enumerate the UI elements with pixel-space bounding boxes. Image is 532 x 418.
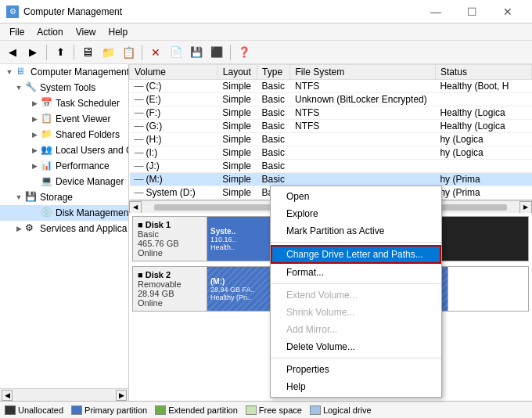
cm-extend-volume: Extend Volume... bbox=[271, 286, 441, 304]
tree-item-performance[interactable]: ▶ 📊 Performance bbox=[0, 158, 128, 174]
vol-type: Basic bbox=[257, 133, 290, 146]
tree-item-device-manager[interactable]: ▶ 💻 Device Manager bbox=[0, 174, 128, 189]
vol-name: —(E:) bbox=[130, 93, 218, 106]
table-row[interactable]: —(C:) Simple Basic NTFS Healthy (Boot, H bbox=[130, 80, 532, 93]
legend-unallocated-label: Unallocated bbox=[18, 405, 63, 415]
vol-filesystem bbox=[290, 146, 435, 160]
expand-icon: ▶ bbox=[13, 225, 25, 232]
table-row[interactable]: —(E:) Simple Basic Unknown (BitLocker En… bbox=[130, 93, 532, 106]
title-bar: ⚙ Computer Management — ☐ ✕ bbox=[0, 0, 532, 23]
disk-1-status: Online bbox=[138, 248, 202, 258]
cm-shrink-volume: Shrink Volume... bbox=[271, 304, 441, 321]
tree-item-system-tools[interactable]: ▼ 🔧 System Tools bbox=[0, 80, 128, 95]
disk-management-icon: 💿 bbox=[41, 207, 53, 219]
table-row[interactable]: —(G:) Simple Basic NTFS Healthy (Logica bbox=[130, 120, 532, 133]
folder-button[interactable]: 📁 bbox=[99, 43, 117, 62]
show-hide-button[interactable]: 🖥 bbox=[78, 43, 97, 62]
disk-2-size: 28.94 GB bbox=[138, 289, 202, 298]
table-row[interactable]: —(H:) Simple Basic hy (Logica bbox=[130, 133, 532, 146]
vol-filesystem: NTFS bbox=[290, 80, 435, 93]
legend-logical-label: Logical drive bbox=[323, 405, 372, 415]
table-row[interactable]: —(J:) Simple Basic bbox=[130, 160, 532, 173]
vol-name: —(J:) bbox=[130, 160, 218, 173]
properties-button[interactable]: 📋 bbox=[119, 43, 138, 62]
save-button[interactable]: 💾 bbox=[187, 43, 206, 62]
delete-button[interactable]: ✕ bbox=[146, 43, 165, 62]
disk-2-type: Removable bbox=[138, 279, 202, 289]
tree-item-storage[interactable]: ▼ 💾 Storage bbox=[0, 189, 128, 205]
expand-icon: ▶ bbox=[28, 146, 41, 154]
up-button[interactable]: ⬆ bbox=[51, 43, 70, 62]
menu-action[interactable]: Action bbox=[31, 23, 69, 40]
disk-seg-dark2[interactable] bbox=[438, 217, 528, 261]
legend-free-box bbox=[246, 405, 257, 415]
menu-bar: File Action View Help bbox=[0, 23, 532, 41]
expand-icon: ▼ bbox=[3, 68, 16, 76]
table-row[interactable]: —(I:) Simple Basic hy (Logica bbox=[130, 146, 532, 160]
services-icon: ⚙ bbox=[25, 222, 38, 235]
vol-type: Basic bbox=[257, 106, 290, 120]
tree-item-local-users[interactable]: ▶ 👥 Local Users and Gr bbox=[0, 142, 128, 158]
vol-status: hy (Prima bbox=[435, 173, 531, 186]
volume-table-container[interactable]: Volume Layout Type File System Status —(… bbox=[129, 64, 532, 200]
back-button[interactable]: ◀ bbox=[3, 43, 22, 62]
hscroll-left-button[interactable]: ◀ bbox=[129, 201, 142, 214]
tree-item-services[interactable]: ▶ ⚙ Services and Applica bbox=[0, 221, 128, 236]
help-button[interactable]: ❓ bbox=[235, 43, 253, 62]
legend-extended: Extended partition bbox=[155, 405, 238, 415]
legend-free: Free space bbox=[246, 405, 302, 415]
menu-view[interactable]: View bbox=[70, 23, 102, 40]
cm-mark-partition[interactable]: Mark Partition as Active bbox=[271, 222, 441, 240]
vol-status bbox=[435, 93, 531, 106]
vol-status: Healthy (Logica bbox=[435, 120, 531, 133]
tree-scroll-right[interactable]: ▶ bbox=[116, 390, 127, 401]
disk-1-size: 465.76 GB bbox=[138, 239, 202, 248]
legend-logical: Logical drive bbox=[310, 405, 372, 415]
cm-open[interactable]: Open bbox=[271, 188, 441, 205]
vol-status bbox=[435, 160, 531, 173]
cm-properties[interactable]: Properties bbox=[271, 361, 441, 378]
table-row[interactable]: —(M:) Simple Basic hy (Prima bbox=[130, 173, 532, 186]
export-button[interactable]: ⬛ bbox=[207, 43, 226, 62]
right-panel: Volume Layout Type File System Status —(… bbox=[129, 64, 532, 401]
disk-2-status: Online bbox=[138, 298, 202, 308]
disk-seg-empty bbox=[448, 267, 529, 311]
legend-extended-box bbox=[155, 405, 166, 415]
forward-button[interactable]: ▶ bbox=[23, 43, 42, 62]
tree-scroll-left[interactable]: ◀ bbox=[2, 390, 13, 401]
vol-name: —(G:) bbox=[130, 120, 218, 133]
tree-item-event-viewer[interactable]: ▶ 📋 Event Viewer bbox=[0, 111, 128, 127]
cm-explore[interactable]: Explore bbox=[271, 205, 441, 222]
minimize-button[interactable]: — bbox=[418, 0, 454, 23]
expand-icon: ▼ bbox=[13, 193, 25, 201]
cm-help[interactable]: Help bbox=[271, 378, 441, 395]
table-row[interactable]: —(F:) Simple Basic NTFS Healthy (Logica bbox=[130, 106, 532, 120]
status-bar: Unallocated Primary partition Extended p… bbox=[0, 401, 532, 418]
tree-item-computer-management[interactable]: ▼ 🖥 Computer Management ( bbox=[0, 64, 128, 80]
menu-help[interactable]: Help bbox=[102, 23, 135, 40]
window-controls: — ☐ ✕ bbox=[418, 0, 526, 23]
tree-item-disk-management[interactable]: ▶ 💿 Disk Management bbox=[0, 205, 128, 221]
cm-change-drive-letter[interactable]: Change Drive Letter and Paths... bbox=[271, 245, 441, 264]
expand-icon: ▶ bbox=[28, 115, 41, 123]
main-area: ▼ 🖥 Computer Management ( ▼ 🔧 System Too… bbox=[0, 64, 532, 401]
vol-layout: Simple bbox=[217, 93, 257, 106]
shared-folders-icon: 📁 bbox=[41, 128, 53, 141]
close-button[interactable]: ✕ bbox=[490, 0, 526, 23]
cm-format[interactable]: Format... bbox=[271, 264, 441, 281]
vol-filesystem: Unknown (BitLocker Encrypted) bbox=[290, 93, 435, 106]
vol-layout: Simple bbox=[217, 106, 257, 120]
menu-file[interactable]: File bbox=[3, 23, 31, 40]
legend-free-label: Free space bbox=[259, 405, 302, 415]
tree-item-shared-folders[interactable]: ▶ 📁 Shared Folders bbox=[0, 127, 128, 142]
tree-item-task-scheduler[interactable]: ▶ 📅 Task Scheduler bbox=[0, 95, 128, 111]
new-button[interactable]: 📄 bbox=[167, 43, 185, 62]
maximize-button[interactable]: ☐ bbox=[454, 0, 490, 23]
vol-filesystem bbox=[290, 160, 435, 173]
vol-layout: Simple bbox=[217, 80, 257, 93]
context-menu: Open Explore Mark Partition as Active Ch… bbox=[270, 186, 442, 398]
cm-delete-volume[interactable]: Delete Volume... bbox=[271, 338, 441, 355]
vol-name: —System (D:) bbox=[130, 186, 218, 200]
hscroll-right-button[interactable]: ▶ bbox=[519, 201, 532, 214]
vol-layout: Simple bbox=[217, 146, 257, 160]
